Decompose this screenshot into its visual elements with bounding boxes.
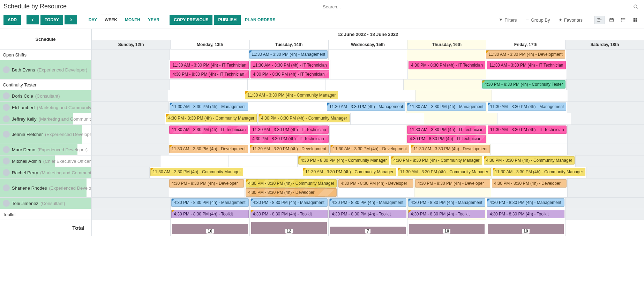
schedule-cell[interactable] (566, 79, 644, 90)
schedule-cell[interactable] (91, 50, 170, 60)
shift-block[interactable]: 4:30 PM - 8:30 PM (4h) - IT Technician (170, 70, 249, 78)
shift-block[interactable]: 11:30 AM - 3:30 PM (4h) - IT Technician (487, 61, 566, 69)
schedule-cell[interactable] (339, 90, 415, 101)
schedule-cell[interactable]: 11:30 AM - 3:30 PM (4h) - Development (168, 144, 249, 155)
schedule-cell[interactable] (415, 90, 492, 101)
schedule-cell[interactable] (497, 113, 571, 124)
schedule-cell[interactable]: 4:30 PM - 8:30 PM (4h) - Community Manag… (245, 178, 337, 197)
favorites-button[interactable]: Favorites (555, 16, 586, 24)
schedule-cell[interactable]: 11:30 AM - 3:30 PM (4h) - Community Mana… (149, 167, 244, 178)
shift-block[interactable]: 4:30 PM - 8:30 PM (4h) - Toolkit (487, 210, 564, 218)
schedule-cell[interactable]: 11:30 AM - 3:30 PM (4h) - Management (326, 102, 406, 113)
schedule-cell[interactable] (169, 79, 247, 90)
schedule-cell[interactable]: 4:30 PM - 8:30 PM (4h) - Community Manag… (165, 113, 257, 124)
resource-row-label[interactable]: Doris Cole (Consultant) (0, 90, 91, 101)
schedule-cell[interactable]: 4:30 PM - 8:30 PM (4h) - Management (407, 198, 486, 209)
schedule-cell[interactable]: 4:30 PM - 8:30 PM (4h) - Community Manag… (257, 113, 350, 124)
schedule-cell[interactable] (91, 155, 160, 167)
shift-block[interactable]: 11:30 AM - 3:30 PM (4h) - IT Technician (170, 61, 249, 69)
resource-row-label[interactable]: Continuity Tester (0, 79, 91, 90)
schedule-cell[interactable]: 11:30 AM - 3:30 PM (4h) - IT Technician (168, 125, 249, 144)
schedule-cell[interactable]: 4:30 PM - 8:30 PM (4h) - Toolkit (407, 209, 486, 220)
shift-block[interactable]: 4:30 PM - 8:30 PM (4h) - Community Manag… (391, 156, 482, 165)
shift-block[interactable]: 11:30 AM - 3:30 PM (4h) - Development (411, 145, 490, 153)
schedule-cell[interactable] (330, 60, 407, 79)
resource-row-label[interactable]: Beth Evans (Experienced Developer) (0, 60, 91, 79)
shift-block[interactable]: 4:30 PM - 8:30 PM (4h) - Management (487, 198, 564, 207)
schedule-cell[interactable]: 4:30 PM - 8:30 PM (4h) - Toolkit (328, 209, 407, 220)
schedule-cell[interactable] (160, 155, 229, 167)
schedule-cell[interactable] (567, 102, 644, 113)
shift-block[interactable]: 4:30 PM - 8:30 PM (4h) - Management (329, 198, 406, 207)
schedule-cell[interactable] (91, 144, 168, 155)
schedule-cell[interactable]: 11:30 AM - 3:30 PM (4h) - IT Technician4… (406, 125, 487, 144)
schedule-cell[interactable] (329, 125, 406, 144)
schedule-cell[interactable]: 11:30 AM - 3:30 PM (4h) - Management (169, 102, 249, 113)
search-input[interactable] (322, 3, 631, 11)
schedule-cell[interactable] (567, 60, 644, 79)
schedule-cell[interactable] (492, 90, 568, 101)
schedule-cell[interactable] (170, 50, 248, 60)
shift-block[interactable]: 11:30 AM - 3:30 PM (4h) - Development (486, 50, 565, 59)
schedule-cell[interactable]: 4:30 PM - 8:30 PM (4h) - Developer (414, 178, 491, 197)
range-week-button[interactable]: WEEK (101, 15, 121, 25)
schedule-cell[interactable]: 11:30 AM - 3:30 PM (4h) - Management (406, 102, 486, 113)
schedule-cell[interactable]: 11:30 AM - 3:30 PM (4h) - Management (487, 102, 567, 113)
schedule-cell[interactable]: 4:30 PM - 8:30 PM (4h) - IT Technician (407, 60, 486, 79)
schedule-cell[interactable] (567, 125, 644, 144)
schedule-cell[interactable] (229, 155, 297, 167)
schedule-cell[interactable] (565, 209, 644, 220)
schedule-cell[interactable] (350, 113, 424, 124)
shift-block[interactable]: 4:30 PM - 8:30 PM (4h) - Developer (338, 179, 413, 188)
schedule-cell[interactable] (571, 113, 644, 124)
add-button[interactable]: ADD (3, 15, 21, 25)
shift-block[interactable]: 4:30 PM - 8:30 PM (4h) - Developer (415, 179, 490, 188)
schedule-cell[interactable]: 4:30 PM - 8:30 PM (4h) - Community Manag… (390, 155, 483, 167)
schedule-cell[interactable] (403, 79, 481, 90)
shift-block[interactable]: 4:30 PM - 8:30 PM (4h) - Toolkit (250, 210, 328, 218)
schedule-cell[interactable] (91, 178, 168, 197)
copy-previous-button[interactable]: COPY PREVIOUS (170, 15, 212, 25)
shift-block[interactable]: 11:30 AM - 3:30 PM (4h) - IT Technician (488, 126, 567, 134)
shift-block[interactable]: 11:30 AM - 3:30 PM (4h) - Management (327, 102, 405, 111)
schedule-cell[interactable] (575, 155, 644, 167)
shift-block[interactable]: 4:30 PM - 8:30 PM (4h) - Developer (169, 179, 244, 188)
view-gantt-button[interactable] (594, 16, 605, 24)
schedule-cell[interactable] (91, 60, 169, 79)
shift-block[interactable]: 4:30 PM - 8:30 PM (4h) - IT Technician (250, 135, 329, 143)
schedule-cell[interactable]: 11:30 AM - 3:30 PM (4h) - Community Mana… (397, 167, 492, 178)
shift-block[interactable]: 11:30 AM - 3:30 PM (4h) - Community Mana… (150, 168, 244, 176)
schedule-cell[interactable]: 11:30 AM - 3:30 PM (4h) - IT Technician4… (249, 125, 329, 144)
shift-block[interactable]: 4:30 PM - 8:30 PM (4h) - Developer (246, 188, 337, 197)
schedule-cell[interactable]: 4:30 PM - 8:30 PM (4h) - Management (328, 198, 407, 209)
schedule-cell[interactable] (586, 167, 644, 178)
schedule-cell[interactable] (424, 113, 497, 124)
schedule-cell[interactable] (491, 144, 567, 155)
resource-row-label[interactable]: Marc Demo (Experienced Developer) (0, 144, 91, 155)
schedule-cell[interactable] (91, 209, 170, 220)
group-by-button[interactable]: Group By (522, 16, 554, 24)
search-icon[interactable] (631, 4, 641, 9)
view-calendar-button[interactable] (606, 16, 617, 24)
schedule-cell[interactable]: 11:30 AM - 3:30 PM (4h) - IT Technician4… (169, 60, 249, 79)
shift-block[interactable]: 4:30 PM - 8:30 PM (4h) - IT Technician (407, 135, 486, 143)
schedule-cell[interactable] (91, 125, 168, 144)
shift-block[interactable]: 4:30 PM - 8:30 PM (4h) - Community Manag… (166, 114, 257, 122)
schedule-cell[interactable] (91, 102, 169, 113)
schedule-cell[interactable]: 11:30 AM - 3:30 PM (4h) - Development (249, 144, 329, 155)
schedule-cell[interactable] (91, 167, 149, 178)
resource-row-label[interactable]: Mitchell Admin (Chief Executive Officer) (0, 155, 91, 167)
schedule-cell[interactable]: 11:30 AM - 3:30 PM (4h) - Development (485, 50, 566, 60)
shift-block[interactable]: 11:30 AM - 3:30 PM (4h) - IT Technician (250, 126, 329, 134)
schedule-cell[interactable] (567, 144, 644, 155)
schedule-cell[interactable]: 11:30 AM - 3:30 PM (4h) - Community Mana… (492, 167, 586, 178)
schedule-cell[interactable] (247, 79, 325, 90)
shift-block[interactable]: 4:30 PM - 8:30 PM (4h) - Toolkit (171, 210, 248, 218)
resource-row-label[interactable]: Sharlene Rhodes (Experienced Developer) (0, 178, 91, 197)
resource-row-label[interactable]: Open Shifts (0, 50, 91, 60)
shift-block[interactable]: 11:30 AM - 3:30 PM (4h) - Community Mana… (245, 91, 338, 99)
schedule-cell[interactable]: 11:30 AM - 3:30 PM (4h) - Community Mana… (302, 167, 397, 178)
shift-block[interactable]: 11:30 AM - 3:30 PM (4h) - Management (407, 102, 486, 111)
prev-button[interactable] (27, 15, 39, 24)
filters-button[interactable]: Filters (495, 16, 520, 24)
